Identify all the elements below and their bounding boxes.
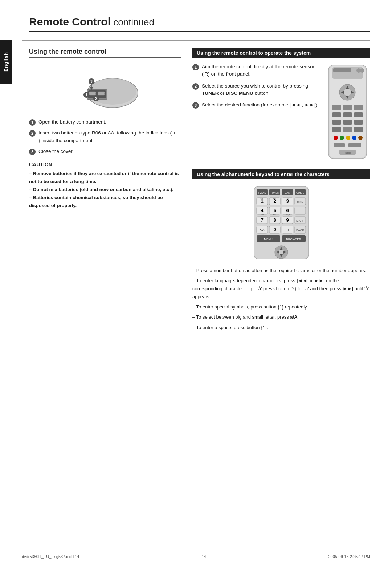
right-step-1-text: Aim the remote control directly at the r…	[202, 63, 321, 78]
svg-point-44	[358, 136, 363, 140]
svg-text:mno: mno	[297, 200, 303, 203]
right-top-text: 1 Aim the remote control directly at the…	[192, 63, 321, 161]
side-tab-label: English	[3, 52, 9, 72]
svg-text:2: 2	[95, 97, 97, 101]
right-step-num-1: 1	[192, 64, 199, 70]
svg-text:di: di	[261, 202, 263, 204]
right-top-heading: Using the remote control to operate the …	[192, 48, 370, 58]
left-step-1: 1 Open the battery compartment.	[29, 118, 181, 126]
svg-text:MENU: MENU	[264, 238, 273, 241]
side-tab: English	[0, 40, 12, 84]
svg-point-23	[344, 89, 351, 96]
svg-text:GUIDE: GUIDE	[296, 191, 305, 194]
svg-point-42	[346, 136, 350, 140]
svg-point-21	[360, 68, 364, 73]
step-number-2: 2	[29, 130, 36, 137]
info-line-2: – To enter language-dependent characters…	[192, 277, 370, 301]
svg-text:4: 4	[261, 208, 264, 213]
right-bottom-section: Using the alphanumeric keypad to enter t…	[192, 169, 370, 332]
svg-point-101	[278, 249, 284, 255]
right-step-3-text: Select the desired function (for example…	[202, 101, 319, 109]
footer-left: dvdr5350H_EU_Eng537.indd 14	[22, 554, 79, 559]
svg-rect-37	[332, 127, 341, 132]
svg-rect-36	[354, 120, 363, 125]
caution-line-3: – Batteries contain chemical substances,…	[29, 194, 181, 210]
svg-rect-31	[332, 112, 341, 117]
left-step-2-text: Insert two batteries type R06 or AA, fol…	[38, 129, 181, 144]
svg-text:5: 5	[273, 208, 276, 213]
info-line-4: – To select between big and small letter…	[192, 313, 370, 321]
svg-rect-29	[343, 105, 352, 110]
info-line-3: – To enter special symbols, press button…	[192, 303, 370, 311]
right-column: Using the remote control to operate the …	[192, 48, 370, 340]
svg-rect-46	[348, 143, 361, 147]
right-top-steps: 1 Aim the remote control directly at the…	[192, 63, 321, 109]
svg-text:wxyz: wxyz	[285, 214, 290, 216]
remote-battery-image: 3 1 2	[65, 64, 145, 111]
svg-text:9: 9	[286, 217, 289, 223]
left-section-title: Using the remote control	[29, 48, 181, 58]
left-column: Using the remote control	[29, 48, 181, 340]
svg-rect-28	[332, 105, 341, 110]
svg-text:⊣: ⊣	[286, 228, 289, 232]
svg-rect-30	[354, 105, 363, 110]
left-step-1-text: Open the battery compartment.	[38, 118, 106, 126]
svg-rect-19	[333, 68, 351, 72]
svg-text:6: 6	[286, 208, 289, 213]
footer-right: 2005-09-16 2:25:17 PM	[328, 554, 370, 559]
right-top-section: Using the remote control to operate the …	[192, 48, 370, 161]
svg-text:BACK: BACK	[296, 229, 304, 232]
caution-block: CAUTION! – Remove batteries if they are …	[29, 162, 181, 210]
right-top-inner: 1 Aim the remote control directly at the…	[192, 63, 370, 161]
caution-line-1: – Remove batteries if they are exhausted…	[29, 170, 181, 186]
svg-rect-35	[343, 120, 352, 125]
svg-point-40	[334, 136, 338, 140]
svg-text:TUNER: TUNER	[270, 191, 279, 194]
left-steps-list: 1 Open the battery compartment. 2 Insert…	[29, 118, 181, 155]
svg-text:CAM: CAM	[285, 191, 290, 194]
svg-text:8: 8	[273, 217, 276, 223]
right-step-1: 1 Aim the remote control directly at the…	[192, 63, 321, 78]
svg-text:Philips: Philips	[344, 151, 351, 154]
page-footer: dvdr5350H_EU_Eng537.indd 14 14 2005-09-1…	[0, 552, 392, 559]
step-number-3: 3	[29, 149, 36, 155]
keypad-info-text: – Press a number button as often as the …	[192, 267, 370, 332]
right-step-num-3: 3	[192, 102, 199, 109]
svg-rect-32	[343, 112, 352, 117]
svg-point-43	[352, 136, 356, 140]
info-line-1: – Press a number button as often as the …	[192, 267, 370, 275]
caution-title: CAUTION!	[29, 162, 181, 167]
caution-text: – Remove batteries if they are exhausted…	[29, 170, 181, 210]
svg-rect-5	[95, 93, 96, 94]
keypad-remote-svg: TV/VID TUNER CAM GUIDE 1 abc 2 def	[252, 185, 310, 261]
page-wrapper: English Remote Control continued Using t…	[0, 0, 392, 566]
left-step-2: 2 Insert two batteries type R06 or AA, f…	[29, 129, 181, 144]
svg-rect-34	[332, 120, 341, 125]
svg-text:3: 3	[90, 80, 93, 84]
svg-point-41	[340, 136, 344, 140]
svg-text:stu: stu	[261, 214, 264, 216]
svg-rect-7	[104, 93, 105, 94]
svg-text:abc: abc	[260, 197, 264, 199]
svg-text:7: 7	[261, 217, 263, 223]
right-step-2-text: Select the source you wish to control by…	[202, 82, 321, 97]
page-title: Remote Control continued	[29, 16, 370, 32]
svg-text:TV/VID: TV/VID	[258, 191, 266, 194]
svg-rect-6	[98, 92, 105, 95]
svg-rect-38	[343, 127, 352, 132]
svg-text:MAFF: MAFF	[296, 219, 304, 222]
svg-rect-76	[295, 207, 306, 214]
right-step-num-2: 2	[192, 83, 199, 90]
svg-text:fax: fax	[273, 214, 276, 216]
svg-text:BROWSER: BROWSER	[286, 238, 301, 241]
svg-text:a/A: a/A	[260, 228, 265, 232]
left-step-3-text: Close the cover.	[38, 148, 74, 155]
info-line-5: – To enter a space, press button {1}.	[192, 324, 370, 332]
svg-rect-4	[89, 92, 96, 95]
svg-text:def: def	[273, 197, 277, 199]
svg-text:ghi: ghi	[286, 197, 289, 199]
step-number-1: 1	[29, 119, 36, 126]
left-step-3: 3 Close the cover.	[29, 148, 181, 155]
caution-line-2: – Do not mix batteries (old and new or c…	[29, 186, 181, 194]
main-content: Remote Control continued Using the remot…	[0, 0, 392, 361]
